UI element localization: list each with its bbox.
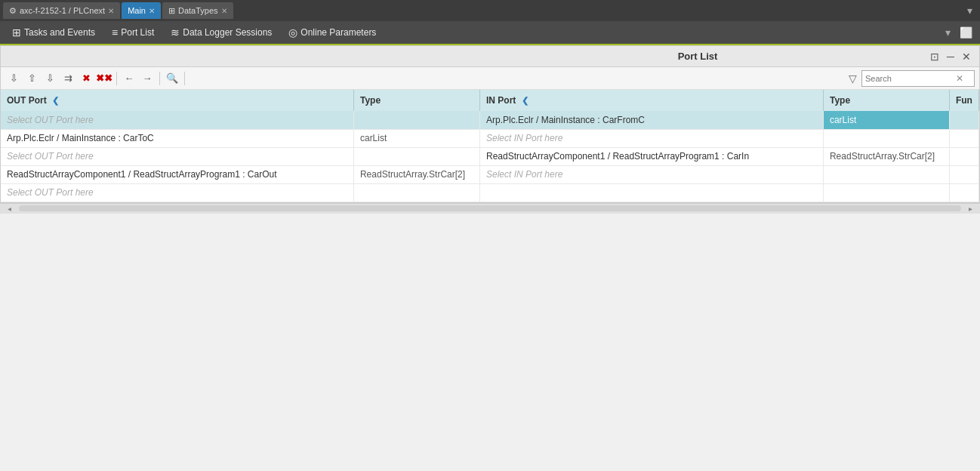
tab-dropdown[interactable]: ▾ (963, 5, 977, 17)
tab-main-label: Main (128, 6, 146, 15)
cell-type-1: carList (353, 129, 479, 147)
cell-in-port-2[interactable]: ReadStructArrayComponent1 / ReadStructAr… (479, 147, 823, 165)
port-list-table-container: OUT Port ❮ Type IN Port ❮ Type Fun (1, 90, 979, 202)
toolbar-arrow-left-btn[interactable]: ← (121, 70, 137, 87)
cell-out-port-1[interactable]: Arp.Plc.Eclr / MainInstance : CarToC (1, 129, 353, 147)
tab-axc-label: axc-f-2152-1 / PLCnext (20, 6, 105, 15)
panel-minimize-btn[interactable]: ─ (945, 50, 957, 63)
port-list-panel: Port List ⊡ ─ ✕ ⇩ ⇧ ⇩ ⇉ ✖ ✖✖ ← → 🔍 ▽ ✕ (0, 45, 980, 203)
col-out-port-arrow[interactable]: ❮ (52, 96, 59, 106)
panel-pin-btn[interactable]: ⊡ (928, 50, 941, 63)
menu-port-list-label: Port List (121, 27, 154, 38)
menu-bar: ⊞ Tasks and Events ≡ Port List ≋ Data Lo… (0, 21, 980, 45)
col-in-port-label: IN Port (486, 95, 516, 106)
horizontal-scrollbar[interactable]: ◂ ▸ (0, 203, 980, 214)
toolbar-group-btn[interactable]: ⇉ (60, 70, 76, 87)
cell-in-port-1[interactable]: Select IN Port here (479, 129, 823, 147)
tab-datatypes[interactable]: ⊞ DataTypes ✕ (162, 2, 233, 19)
menu-online-params[interactable]: ◎ Online Parameters (281, 23, 384, 42)
search-input[interactable] (865, 74, 956, 83)
search-box: ✕ (861, 70, 975, 87)
cell-type-3: ReadStructArray.StrCar[2] (353, 165, 479, 183)
tasks-events-icon: ⊞ (12, 26, 21, 38)
menu-online-params-label: Online Parameters (300, 27, 376, 38)
title-bar: ⚙ axc-f-2152-1 / PLCnext ✕ Main ✕ ⊞ Data… (0, 0, 980, 21)
cell-out-port-4[interactable]: Select OUT Port here (1, 183, 353, 202)
col-type2-label: Type (830, 95, 850, 106)
col-out-port-label: OUT Port (7, 95, 47, 106)
cell-out-port-3[interactable]: ReadStructArrayComponent1 / ReadStructAr… (1, 165, 353, 183)
toolbar-down-btn[interactable]: ⇩ (42, 70, 58, 87)
cell-type-2 (353, 147, 479, 165)
panel-controls: ⊡ ─ ✕ (928, 50, 973, 63)
tab-main-close[interactable]: ✕ (149, 7, 155, 15)
toolbar-add-connection-btn[interactable]: ⇩ (5, 70, 22, 87)
cell-type-4 (353, 183, 479, 202)
toolbar-sep-3 (184, 72, 185, 85)
search-clear-btn[interactable]: ✕ (956, 73, 963, 84)
cell-fun-3 (949, 165, 978, 183)
panel-close-btn[interactable]: ✕ (960, 50, 973, 63)
toolbar: ⇩ ⇧ ⇩ ⇉ ✖ ✖✖ ← → 🔍 ▽ ✕ (1, 67, 979, 90)
table-row[interactable]: Arp.Plc.Eclr / MainInstance : CarToCcarL… (1, 129, 979, 147)
menu-port-list[interactable]: ≡ Port List (104, 23, 162, 42)
tab-axc-icon: ⚙ (9, 6, 17, 16)
cell-fun-1 (949, 129, 978, 147)
toolbar-find-btn[interactable]: 🔍 (164, 70, 180, 87)
toolbar-sep-2 (159, 72, 160, 85)
toolbar-delete-btn[interactable]: ✖ (78, 70, 94, 87)
cell-out-port-0[interactable]: Select OUT Port here (1, 111, 353, 129)
col-header-fun: Fun (949, 90, 978, 111)
table-row[interactable]: Select OUT Port here (1, 183, 979, 202)
cell-type2-1 (823, 129, 949, 147)
cell-type2-0: carList (823, 111, 949, 129)
toolbar-delete-all-btn[interactable]: ✖✖ (96, 70, 112, 87)
table-header-row: OUT Port ❮ Type IN Port ❮ Type Fun (1, 90, 979, 111)
col-header-type: Type (353, 90, 479, 111)
col-in-port-arrow[interactable]: ❮ (522, 96, 529, 106)
col-type-label: Type (360, 95, 381, 106)
tab-datatypes-label: DataTypes (178, 6, 218, 15)
menu-dropdown-btn[interactable]: ▾ (942, 25, 954, 40)
col-header-type2: Type (823, 90, 949, 111)
menu-tasks-events-label: Tasks and Events (24, 27, 95, 38)
cell-in-port-4[interactable] (479, 183, 823, 202)
menu-data-logger[interactable]: ≋ Data Logger Sessions (163, 23, 279, 42)
col-header-in-port: IN Port ❮ (479, 90, 823, 111)
cell-fun-4 (949, 183, 978, 202)
menu-maximize-btn[interactable]: ⬜ (957, 25, 975, 40)
table-row[interactable]: Select OUT Port hereReadStructArrayCompo… (1, 147, 979, 165)
scroll-right-arrow[interactable]: ▸ (969, 205, 972, 213)
cell-out-port-2[interactable]: Select OUT Port here (1, 147, 353, 165)
scrollbar-track[interactable] (19, 205, 961, 211)
tab-main[interactable]: Main ✕ (122, 2, 161, 19)
scroll-left-arrow[interactable]: ◂ (8, 205, 11, 213)
panel-title: Port List (467, 51, 928, 62)
filter-icon[interactable]: ▽ (849, 72, 857, 85)
cell-type2-4 (823, 183, 949, 202)
cell-fun-2 (949, 147, 978, 165)
cell-fun-0 (949, 111, 978, 129)
data-logger-icon: ≋ (171, 26, 180, 38)
toolbar-arrow-right-btn[interactable]: → (139, 70, 156, 87)
cell-in-port-3[interactable]: Select IN Port here (479, 165, 823, 183)
table-row[interactable]: Select OUT Port hereArp.Plc.Eclr / MainI… (1, 111, 979, 129)
tab-datatypes-close[interactable]: ✕ (221, 7, 227, 15)
col-header-out-port: OUT Port ❮ (1, 90, 353, 111)
tab-axc[interactable]: ⚙ axc-f-2152-1 / PLCnext ✕ (3, 2, 120, 19)
menu-tasks-events[interactable]: ⊞ Tasks and Events (5, 23, 103, 42)
col-fun-label: Fun (956, 95, 972, 106)
table-row[interactable]: ReadStructArrayComponent1 / ReadStructAr… (1, 165, 979, 183)
menu-bar-right: ▾ ⬜ (942, 25, 975, 40)
table-body: Select OUT Port hereArp.Plc.Eclr / MainI… (1, 111, 979, 202)
tab-axc-close[interactable]: ✕ (108, 7, 114, 15)
toolbar-sep-1 (116, 72, 117, 85)
cell-type2-2: ReadStructArray.StrCar[2] (823, 147, 949, 165)
toolbar-up-btn[interactable]: ⇧ (23, 70, 40, 87)
cell-type-0 (353, 111, 479, 129)
toolbar-search-area: ▽ ✕ (849, 70, 975, 87)
cell-in-port-0[interactable]: Arp.Plc.Eclr / MainInstance : CarFromC (479, 111, 823, 129)
cell-type2-3 (823, 165, 949, 183)
tab-strip: ⚙ axc-f-2152-1 / PLCnext ✕ Main ✕ ⊞ Data… (3, 2, 963, 19)
panel-titlebar: Port List ⊡ ─ ✕ (1, 46, 979, 67)
